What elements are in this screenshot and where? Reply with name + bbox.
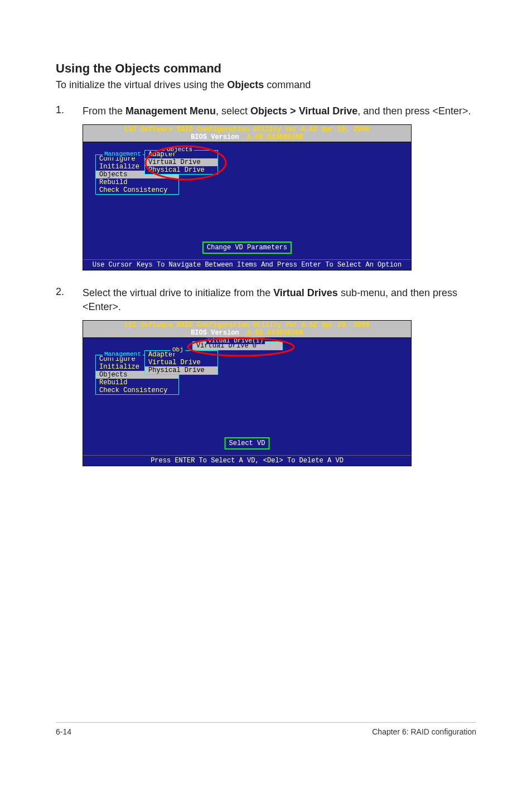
obj2-item-physical-drive[interactable]: Physical Drive xyxy=(145,366,217,374)
bios-status-box-2: Select VD xyxy=(225,437,270,450)
intro-paragraph: To initialize the virtual drives using t… xyxy=(56,79,476,91)
obj2-item-virtual-drive[interactable]: Virtual Drive xyxy=(145,359,217,366)
section-heading: Using the Objects command xyxy=(56,61,476,76)
objects-menu: Objects Adapter Virtual Drive Physical D… xyxy=(144,150,218,175)
page-footer: 6-14 Chapter 6: RAID configuration xyxy=(56,722,476,736)
step-2-number: 2. xyxy=(56,286,83,298)
bios-footer-hint-2: Press ENTER To Select A VD, <Del> To Del… xyxy=(83,455,411,466)
mgmt2-item-check-consistency[interactable]: Check Consistency xyxy=(96,386,178,394)
step-2: 2. Select the virtual drive to initializ… xyxy=(56,286,476,313)
bios-status-box: Change VD Parameters xyxy=(202,241,292,254)
objects-menu-title-2: Obj xyxy=(171,346,185,353)
objects-menu-2: Obj Adapter Virtual Drive Physical Drive xyxy=(144,350,218,375)
bios-title-line2-val: A.09.04300936R xyxy=(247,133,303,141)
chapter-label: Chapter 6: RAID configuration xyxy=(372,727,476,736)
objects-menu-title: Objects xyxy=(165,146,194,153)
intro-pre: To initialize the virtual drives using t… xyxy=(56,79,227,90)
bios-title2-line2-label: BIOS Version xyxy=(191,329,247,337)
step-1-number: 1. xyxy=(56,104,83,116)
management-menu-title-2: Management xyxy=(103,351,143,357)
step-1: 1. From the Management Menu, select Obje… xyxy=(56,104,476,118)
page-number: 6-14 xyxy=(56,727,71,736)
intro-bold: Objects xyxy=(227,79,264,90)
obj-item-physical-drive[interactable]: Physical Drive xyxy=(145,166,217,174)
bios-titlebar: LSI Software RAID Configuration Utility … xyxy=(83,125,411,142)
bios-figure-2: LSI Software RAID Configuration Utility … xyxy=(83,320,412,466)
bios-title2-line1: LSI Software RAID Configuration Utility … xyxy=(124,321,369,329)
virtual-drive-menu: Vitual Drive(1) Virtual Drive 0 xyxy=(192,341,283,350)
step-1-text: From the Management Menu, select Objects… xyxy=(83,104,476,118)
bios-titlebar-2: LSI Software RAID Configuration Utility … xyxy=(83,321,411,338)
bios-footer-hint: Use Cursor Keys To Navigate Between Item… xyxy=(83,259,411,270)
mgmt2-item-rebuild[interactable]: Rebuild xyxy=(96,379,178,386)
bios-title-line2-label: BIOS Version xyxy=(191,133,247,141)
management-menu-title: Management xyxy=(103,151,143,157)
bios-figure-1: LSI Software RAID Configuration Utility … xyxy=(83,124,412,270)
virtual-drive-menu-title: Vitual Drive(1) xyxy=(206,337,265,344)
step-2-text: Select the virtual drive to initialize f… xyxy=(83,286,476,313)
mgmt-item-rebuild[interactable]: Rebuild xyxy=(96,178,178,186)
intro-post: command xyxy=(264,79,311,90)
bios-title-line1: LSI Software RAID Configuration Utility … xyxy=(124,125,369,133)
mgmt-item-check-consistency[interactable]: Check Consistency xyxy=(96,186,178,194)
bios-title2-line2-val: A.09.04300936R xyxy=(247,329,303,337)
obj-item-virtual-drive[interactable]: Virtual Drive xyxy=(145,158,217,166)
